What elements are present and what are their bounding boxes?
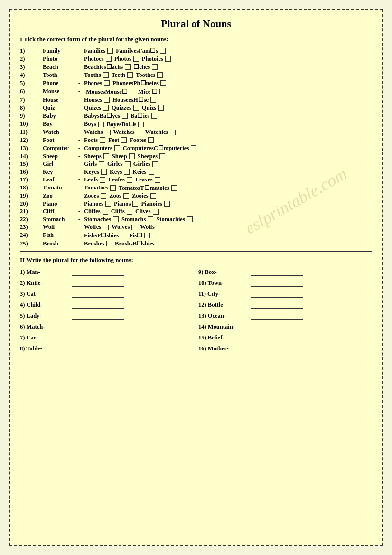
checkbox[interactable] bbox=[98, 122, 104, 127]
checkbox[interactable] bbox=[157, 72, 163, 78]
answer-line[interactable] bbox=[251, 302, 303, 309]
checkbox[interactable] bbox=[159, 153, 165, 159]
checkbox[interactable] bbox=[150, 97, 156, 103]
list-item: 22) Stomach - Stomaches Stomachs Stomach… bbox=[20, 216, 372, 223]
checkbox[interactable] bbox=[148, 137, 154, 143]
checkbox[interactable] bbox=[107, 48, 113, 54]
answer-line[interactable] bbox=[72, 302, 124, 309]
checkbox[interactable] bbox=[144, 233, 150, 238]
checkbox[interactable] bbox=[103, 225, 109, 230]
option: Girlies bbox=[133, 160, 159, 168]
checkbox[interactable] bbox=[103, 209, 108, 215]
option: Quizs bbox=[142, 104, 165, 112]
checkbox[interactable] bbox=[127, 209, 132, 215]
list-item: 20) Piano - Pianoes Pianos Pianoies bbox=[20, 200, 372, 207]
answer-line[interactable] bbox=[251, 291, 303, 298]
answer-line[interactable] bbox=[251, 269, 303, 276]
list-item: 15) Girl - Girls Girles Girlies bbox=[20, 160, 372, 168]
checkbox[interactable] bbox=[114, 145, 120, 151]
checkbox[interactable] bbox=[122, 113, 128, 119]
checkbox[interactable] bbox=[113, 216, 119, 222]
checkbox[interactable] bbox=[125, 161, 131, 167]
option: Watches bbox=[113, 129, 143, 136]
checkbox[interactable] bbox=[106, 56, 112, 62]
checkbox[interactable] bbox=[103, 105, 109, 111]
answer-line[interactable] bbox=[72, 291, 124, 298]
checkbox[interactable] bbox=[103, 72, 109, 78]
checkbox[interactable] bbox=[152, 64, 158, 70]
checkbox[interactable] bbox=[157, 225, 162, 230]
option: Boys bbox=[84, 121, 105, 128]
checkbox[interactable] bbox=[170, 130, 176, 135]
option: Photoies bbox=[142, 56, 172, 63]
checkbox[interactable] bbox=[152, 161, 158, 167]
checkbox[interactable] bbox=[105, 130, 111, 135]
answer-line[interactable] bbox=[72, 346, 124, 352]
answer-line[interactable] bbox=[72, 269, 124, 276]
checkbox[interactable] bbox=[160, 80, 166, 86]
checkbox[interactable] bbox=[165, 56, 171, 62]
checkbox[interactable] bbox=[121, 137, 127, 143]
answer-line[interactable] bbox=[251, 313, 303, 320]
list-item: 7) Car- bbox=[20, 333, 194, 342]
answer-line[interactable] bbox=[72, 324, 124, 330]
checkbox[interactable] bbox=[171, 185, 177, 191]
checkbox[interactable] bbox=[138, 122, 144, 127]
checkbox[interactable] bbox=[137, 130, 142, 135]
answer-line[interactable] bbox=[72, 313, 124, 320]
list-item: 4) Child- bbox=[20, 301, 194, 310]
option: PhoneesPh☐neies bbox=[112, 79, 167, 87]
checkbox[interactable] bbox=[148, 216, 153, 222]
checkbox[interactable] bbox=[123, 193, 129, 199]
answer-line[interactable] bbox=[72, 280, 124, 287]
checkbox[interactable] bbox=[159, 89, 165, 94]
checkbox[interactable] bbox=[127, 72, 133, 78]
checkbox[interactable] bbox=[187, 216, 193, 222]
checkbox[interactable] bbox=[133, 105, 139, 111]
checkbox[interactable] bbox=[151, 113, 157, 119]
checkbox[interactable] bbox=[153, 209, 159, 215]
checkbox[interactable] bbox=[191, 145, 196, 151]
list-item: 21) Cliff - Cliffes Cliffs Clives bbox=[20, 208, 372, 215]
checkbox[interactable] bbox=[131, 225, 137, 230]
checkbox[interactable] bbox=[121, 233, 126, 238]
answer-line[interactable] bbox=[251, 346, 303, 352]
checkbox[interactable] bbox=[149, 169, 154, 175]
answer-line[interactable] bbox=[251, 335, 303, 341]
answer-line[interactable] bbox=[72, 335, 124, 341]
checkbox[interactable] bbox=[124, 169, 130, 175]
checkbox[interactable] bbox=[100, 177, 105, 183]
checkbox[interactable] bbox=[104, 97, 110, 103]
checkbox[interactable] bbox=[164, 201, 170, 207]
checkbox[interactable] bbox=[133, 56, 139, 62]
checkbox[interactable] bbox=[130, 89, 135, 94]
checkbox[interactable] bbox=[101, 193, 106, 199]
checkbox[interactable] bbox=[158, 105, 164, 111]
checkbox[interactable] bbox=[110, 185, 116, 191]
checkbox[interactable] bbox=[160, 48, 166, 54]
option: Zooies bbox=[132, 192, 157, 199]
option: Families bbox=[84, 47, 114, 55]
checkbox[interactable] bbox=[132, 201, 138, 207]
answer-line[interactable] bbox=[251, 280, 303, 287]
checkbox[interactable] bbox=[155, 177, 160, 183]
checkbox[interactable] bbox=[104, 80, 110, 86]
option: FishsF☐shies bbox=[84, 232, 127, 239]
checkbox[interactable] bbox=[105, 201, 111, 207]
checkbox[interactable] bbox=[157, 241, 162, 246]
checkbox[interactable] bbox=[129, 153, 135, 159]
checkbox[interactable] bbox=[103, 153, 109, 159]
checkbox[interactable] bbox=[99, 161, 104, 167]
checkbox[interactable] bbox=[101, 169, 107, 175]
checkbox[interactable] bbox=[150, 193, 156, 199]
option: Quizzes bbox=[112, 104, 140, 112]
write-right-col: 9) Box-10) Town-11) City-12) Bottle-13) … bbox=[198, 268, 372, 353]
checkbox[interactable] bbox=[127, 177, 132, 183]
list-item: 5) Phone - Phones PhoneesPh☐neies bbox=[20, 79, 372, 87]
checkbox[interactable] bbox=[100, 137, 105, 143]
checkbox[interactable] bbox=[125, 64, 131, 70]
option: Beachies☐achs bbox=[84, 63, 131, 71]
answer-line[interactable] bbox=[251, 324, 303, 330]
write-grid: 1) Man-2) Knife-3) Cat-4) Child-5) Lady-… bbox=[20, 268, 372, 353]
checkbox[interactable] bbox=[106, 241, 112, 246]
